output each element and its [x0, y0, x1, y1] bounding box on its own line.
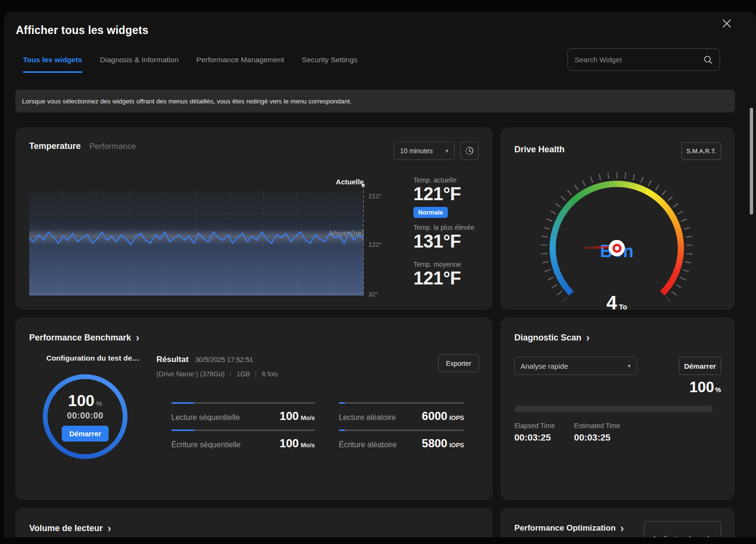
widgets-modal: Afficher tous les widgets Tous les widge… [4, 11, 756, 537]
result-test-count: 6 fois [262, 370, 278, 378]
metric-seq-read: Lecture séquentielle 100Mo/s [171, 402, 315, 423]
health-gauge: Bon 4To Écrit [540, 171, 693, 310]
temperature-chart: Moyen(ne) [29, 192, 364, 295]
drive-volume-widget[interactable]: Volume de lecteur › [15, 508, 493, 537]
clock-icon [465, 146, 474, 156]
benchmark-percent-sign: % [96, 399, 102, 408]
diagnostic-title: Diagnostic Scan [514, 333, 581, 343]
chevron-right-icon: › [621, 523, 624, 534]
current-marker-line [363, 186, 364, 295]
temperature-stats: Temp. actuelle 121°F Normale Temp. la pl… [413, 176, 485, 289]
temperature-title: Temperature [29, 141, 81, 151]
metric-label: Lecture séquentielle [171, 413, 240, 422]
average-series-label: Moyen(ne) [330, 229, 364, 237]
written-value: 4 [606, 292, 617, 310]
search-widget-box[interactable] [567, 48, 720, 71]
metric-label: Écriture séquentielle [171, 441, 241, 449]
benchmark-start-button[interactable]: Démarrer [62, 426, 109, 442]
written-unit: To [619, 303, 627, 310]
metric-unit: Mo/s [300, 442, 315, 449]
chevron-right-icon: › [586, 333, 589, 343]
result-datetime: 30/5/2025 17:52:51 [195, 356, 253, 363]
metric-value: 5800 [422, 437, 447, 450]
search-input[interactable] [575, 56, 703, 64]
estimated-time-value: 00:03:25 [574, 432, 620, 443]
current-temp-value: 121°F [413, 184, 485, 205]
history-clock-button[interactable] [460, 142, 478, 160]
tab-security-settings[interactable]: Security Settings [302, 56, 357, 73]
metric-label: Lecture aléatoire [339, 413, 396, 422]
temperature-widget[interactable]: Temperature Performance 10 minutes ▾ Moy… [15, 127, 493, 310]
tab-tous-les-widgets[interactable]: Tous les widgets [23, 56, 82, 73]
benchmark-config-link[interactable]: Configuration du test de… [41, 354, 145, 363]
search-icon [703, 55, 713, 65]
current-temp-label: Temp. actuelle [413, 176, 485, 184]
result-drive-name: (Drive Name:) (378Go) [156, 370, 224, 378]
tab-bar: Tous les widgets Diagnosis & Information… [23, 56, 357, 73]
result-label: Résultat [156, 355, 189, 364]
performance-optimization-title: Performance Optimization [514, 523, 616, 533]
drive-health-title: Drive Health [514, 145, 565, 155]
elapsed-time-block: Elapsed Time 00:03:25 [514, 422, 555, 443]
elapsed-time-label: Elapsed Time [514, 422, 555, 430]
temperature-line-svg [29, 192, 364, 295]
metric-rand-read: Lecture aléatoire 6000IOPS [339, 402, 464, 423]
written-total: 4To [540, 292, 693, 310]
gauge-hub [609, 240, 625, 256]
temperature-line [29, 232, 364, 245]
average-temp-value: 121°F [413, 268, 485, 289]
drive-volume-title: Volume de lecteur [29, 523, 103, 533]
metric-label: Écriture aléatoire [339, 441, 397, 449]
highest-temp-value: 131°F [413, 231, 485, 252]
status-badge: Normale [413, 207, 448, 218]
page-title: Afficher tous les widgets [16, 24, 148, 37]
elapsed-time-value: 00:03:25 [514, 432, 555, 443]
metric-seq-write: Écriture séquentielle 100Mo/s [171, 430, 315, 450]
metric-value: 100 [279, 409, 299, 422]
chevron-down-icon: ▾ [628, 363, 631, 369]
info-banner: Lorsque vous sélectionnez des widgets of… [15, 90, 735, 113]
average-temp-label: Temp. moyenne [413, 261, 485, 268]
benchmark-percent: 100 [68, 392, 94, 409]
metric-rand-write: Écriture aléatoire 5800IOPS [339, 430, 464, 450]
y-tick-122: 122° [368, 241, 382, 248]
y-tick-32: 32° [368, 291, 378, 298]
scan-mode-dropdown[interactable]: Analyse rapide ▾ [514, 357, 637, 375]
metric-unit: Mo/s [300, 414, 315, 421]
scrollbar-thumb[interactable] [750, 108, 753, 215]
diagnostic-percent: 100 [689, 379, 714, 396]
interval-value: 10 minutes [400, 147, 433, 155]
result-meta: (Drive Name:) (378Go) 1GB 6 fois [156, 370, 278, 378]
chevron-right-icon: › [136, 333, 139, 343]
diagnostic-start-button[interactable]: Démarrer [679, 357, 721, 375]
estimated-time-block: Estimated Time 00:03:25 [574, 422, 620, 443]
highest-temp-label: Temp. la plus élevée [413, 224, 485, 231]
chevron-right-icon: › [108, 523, 111, 534]
info-banner-text: Lorsque vous sélectionnez des widgets of… [22, 98, 352, 105]
scan-mode-value: Analyse rapide [521, 362, 568, 370]
temperature-subtitle: Performance [89, 142, 136, 151]
metric-unit: IOPS [449, 442, 464, 449]
metric-value: 6000 [422, 409, 447, 422]
performance-benchmark-widget[interactable]: Performance Benchmark › Configuration du… [15, 317, 493, 500]
benchmark-timer: 00:00:00 [67, 411, 103, 421]
tab-diagnosis-information[interactable]: Diagnosis & Information [100, 56, 179, 73]
metric-value: 100 [279, 437, 299, 450]
tab-performance-management[interactable]: Performance Management [196, 56, 284, 73]
current-marker-label: Actuelle [321, 178, 378, 186]
diagnostic-percent-sign: % [715, 386, 721, 394]
interval-dropdown[interactable]: 10 minutes ▾ [394, 142, 455, 160]
export-button[interactable]: Exporter [438, 354, 479, 372]
drive-health-widget[interactable]: Drive Health S.M.A.R.T. Bon 4To Écrit [500, 127, 735, 310]
close-icon[interactable] [719, 15, 735, 32]
apply-mode-button[interactable]: Application du mode [644, 521, 721, 537]
smart-button[interactable]: S.M.A.R.T. [681, 142, 721, 160]
y-tick-212: 212° [368, 193, 382, 200]
benchmark-title: Performance Benchmark [29, 333, 131, 343]
benchmark-progress-circle: 100% 00:00:00 Démarrer [43, 374, 128, 459]
performance-optimization-widget[interactable]: Performance Optimization › Application d… [500, 508, 735, 537]
diagnostic-scan-widget[interactable]: Diagnostic Scan › Analyse rapide ▾ Démar… [500, 317, 735, 500]
result-test-size: 1GB [236, 370, 250, 378]
estimated-time-label: Estimated Time [574, 422, 620, 430]
chevron-down-icon: ▾ [445, 147, 448, 154]
